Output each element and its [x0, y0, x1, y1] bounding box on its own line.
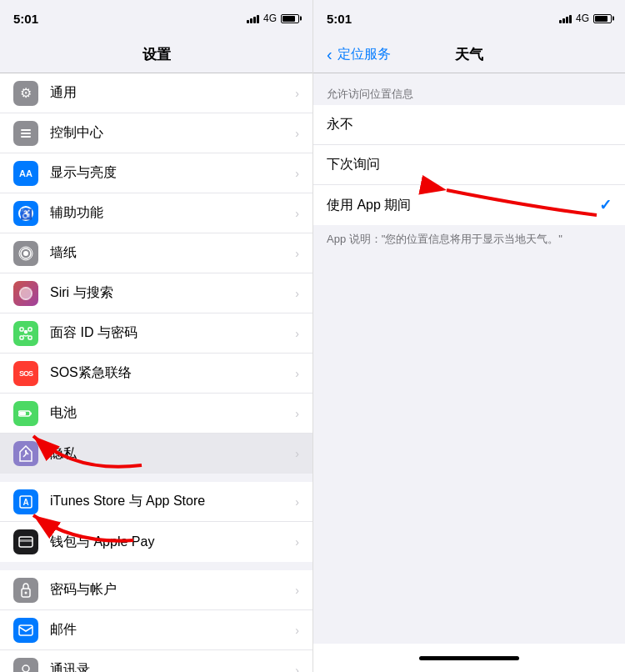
app-description: App 说明："您的位置信息将用于显示当地天气。" [313, 225, 625, 253]
itunes-label: iTunes Store 与 App Store [50, 493, 295, 510]
svg-rect-11 [28, 336, 32, 339]
xianshi-icon: AA [13, 161, 38, 186]
mail-icon [13, 618, 38, 643]
left-status-icons: 4G [247, 13, 299, 24]
right-panel: 5:01 4G ‹ 定位服务 天气 允许访问位置信息 永不 [312, 0, 625, 672]
right-signal-icon [559, 13, 572, 23]
chevron-icon: › [295, 167, 299, 180]
option-next-time[interactable]: 下次询问 [313, 145, 625, 185]
left-nav-title: 设置 [142, 45, 171, 64]
kongzhizhongxin-label: 控制中心 [50, 124, 295, 142]
mail-label: 邮件 [50, 621, 295, 639]
yinsi-icon [13, 441, 38, 466]
option-while-using[interactable]: 使用 App 期间 ✓ [313, 185, 625, 225]
list-item-siri[interactable]: Siri 与搜索 › [0, 273, 312, 313]
svg-rect-0 [21, 129, 31, 131]
network-label: 4G [263, 13, 277, 24]
back-label: 定位服务 [338, 46, 391, 63]
top-spacer [313, 73, 625, 80]
left-panel: 5:01 4G 设置 ⚙ 通用 › [0, 0, 312, 672]
svg-point-23 [22, 665, 29, 672]
svg-rect-8 [20, 328, 23, 331]
svg-text:♿: ♿ [20, 208, 32, 220]
itunes-icon: A [13, 489, 38, 514]
svg-rect-1 [21, 133, 31, 134]
svg-point-12 [25, 330, 28, 333]
tongyong-label: 通用 [50, 84, 295, 102]
svg-rect-15 [30, 412, 32, 414]
location-options-section: 永不 下次询问 使用 App 期间 ✓ [313, 105, 625, 225]
list-item-contacts[interactable]: 通讯录 › [0, 650, 312, 672]
right-status-icons: 4G [559, 13, 612, 24]
list-item-yinsi[interactable]: 隐私 › [0, 434, 312, 474]
right-nav-title: 天气 [455, 45, 483, 64]
dianci-label: 电池 [50, 404, 295, 422]
chevron-icon: › [295, 247, 299, 260]
svg-text:A: A [22, 498, 28, 507]
list-item-password[interactable]: 密码与帐户 › [0, 570, 312, 610]
contacts-icon [13, 658, 38, 673]
svg-rect-14 [19, 412, 26, 415]
right-status-bar: 5:01 4G [313, 0, 625, 37]
right-nav-header: ‹ 定位服务 天气 [313, 37, 625, 73]
list-item-mail[interactable]: 邮件 › [0, 610, 312, 650]
list-item-qiangzhi[interactable]: 墙纸 › [0, 233, 312, 273]
svg-point-5 [23, 251, 28, 256]
back-button[interactable]: ‹ 定位服务 [327, 45, 391, 64]
option-while-using-label: 使用 App 期间 [327, 197, 599, 214]
svg-rect-10 [20, 336, 23, 339]
list-item-itunes[interactable]: A iTunes Store 与 App Store › [0, 482, 312, 522]
qiangzhi-icon [13, 241, 38, 266]
password-label: 密码与帐户 [50, 581, 295, 599]
home-indicator [419, 656, 519, 660]
chevron-icon: › [295, 407, 299, 420]
siri-label: Siri 与搜索 [50, 284, 295, 302]
left-status-time: 5:01 [13, 12, 38, 26]
right-battery-icon [593, 14, 612, 23]
xianshi-label: 显示与亮度 [50, 164, 295, 182]
location-section-header: 允许访问位置信息 [313, 80, 625, 105]
sos-icon: SOS [13, 361, 38, 386]
fuzhu-label: 辅助功能 [50, 204, 295, 222]
list-item-dianci[interactable]: 电池 › [0, 394, 312, 434]
faceid-icon [13, 321, 38, 346]
option-never[interactable]: 永不 [313, 105, 625, 145]
chevron-icon: › [295, 495, 299, 509]
contacts-label: 通讯录 [50, 661, 295, 672]
tongyong-icon: ⚙ [13, 81, 38, 106]
svg-rect-22 [19, 625, 32, 635]
chevron-icon: › [295, 367, 299, 380]
section-3: 密码与帐户 › 邮件 › [0, 570, 312, 672]
section-2: A iTunes Store 与 App Store › 钱包与 Apple P… [0, 482, 312, 562]
right-status-time: 5:01 [327, 12, 352, 26]
faceid-label: 面容 ID 与密码 [50, 324, 295, 342]
right-content: 允许访问位置信息 永不 下次询问 使用 App 期间 ✓ App 说明："您的位… [313, 73, 625, 644]
back-chevron-icon: ‹ [327, 45, 332, 64]
yinsi-label: 隐私 [50, 445, 295, 463]
svg-point-16 [25, 450, 27, 452]
list-item-faceid[interactable]: 面容 ID 与密码 › [0, 313, 312, 354]
signal-icon [247, 13, 259, 23]
checkmark-icon: ✓ [599, 196, 612, 214]
chevron-icon: › [295, 664, 299, 673]
list-item-tongyong[interactable]: ⚙ 通用 › [0, 73, 312, 113]
list-item-sos[interactable]: SOS SOS紧急联络 › [0, 354, 312, 394]
chevron-icon: › [295, 327, 299, 340]
list-item-wallet[interactable]: 钱包与 Apple Pay › [0, 522, 312, 562]
fuzhu-icon: ♿ [13, 201, 38, 226]
dianci-icon [13, 401, 38, 426]
chevron-icon: › [295, 584, 299, 597]
settings-list[interactable]: ⚙ 通用 › 控制中心 › AA 显示与亮度 › [0, 73, 312, 672]
list-item-xianshiyuliangdu[interactable]: AA 显示与亮度 › [0, 153, 312, 193]
sos-label: SOS紧急联络 [50, 364, 295, 382]
list-item-fuzhu[interactable]: ♿ 辅助功能 › [0, 193, 312, 233]
option-next-time-label: 下次询问 [327, 156, 612, 173]
section-1: ⚙ 通用 › 控制中心 › AA 显示与亮度 › [0, 73, 312, 474]
kongzhizhongxin-icon [13, 121, 38, 146]
svg-rect-9 [28, 328, 32, 331]
siri-icon [13, 281, 38, 306]
home-indicator-area [313, 644, 625, 672]
left-nav-header: 设置 [0, 37, 312, 73]
list-item-kongzhizhongxin[interactable]: 控制中心 › [0, 113, 312, 153]
svg-rect-2 [21, 136, 31, 138]
